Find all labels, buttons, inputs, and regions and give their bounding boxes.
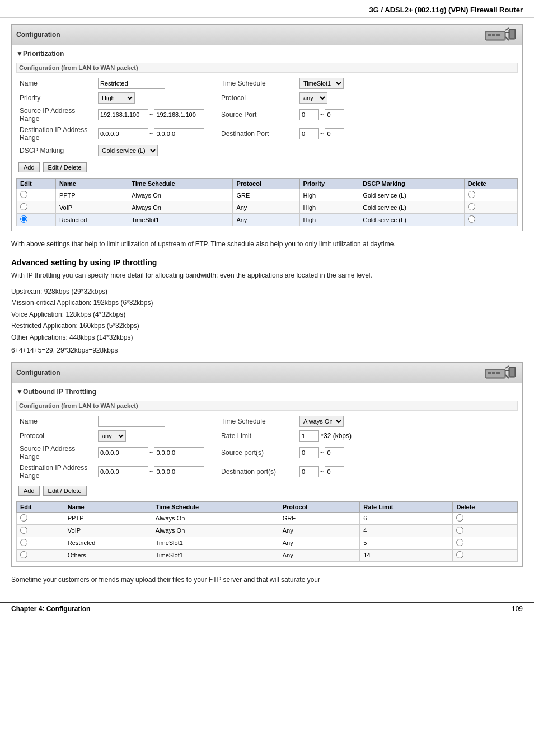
svg-rect-19 [510,368,514,376]
row-dscp: Gold service (L) [359,214,465,226]
row-ratelimit: 14 [360,549,453,561]
dst-port-to-2[interactable] [325,466,344,477]
config-box-throttling: Configuration ▼Outbound IP Throttling [11,362,523,567]
list-item: Voice Application: 128kbps (4*32kbps) [11,309,523,320]
formula: 6+4+14+5=29, 29*32kbps=928kbps [11,346,523,354]
rate-limit-input[interactable] [299,430,319,442]
row-protocol: Any [279,549,360,561]
add-button-1[interactable]: Add [18,162,40,172]
throttling-table: Edit Name Time Schedule Protocol Rate Li… [16,501,518,562]
col-protocol-2: Protocol [279,501,360,512]
col-delete-2: Delete [453,501,518,512]
row-name: Restricted [64,537,152,549]
svg-rect-2 [488,34,491,36]
edit-delete-button-2[interactable]: Edit / Delete [43,486,87,496]
list-item: Mission-critical Application: 192kbps (6… [11,297,523,308]
svg-line-5 [505,28,509,30]
row-timesched: TimeSlot1 [152,549,279,561]
delete-radio-2[interactable] [468,215,475,223]
dst-ip-label-2: Destination IP Address Range [16,462,95,481]
time-schedule-select-2[interactable]: Always On TimeSlot1 TimeSlot2 [299,416,344,427]
delete-radio2-0[interactable] [456,514,463,522]
dst-ip-from[interactable] [98,128,148,139]
add-button-2[interactable]: Add [18,486,40,496]
protocol-select-2[interactable]: any TCP UDP GRE [98,430,126,442]
table-row: PPTP Always On GRE High Gold service (L) [17,189,518,201]
priority-select[interactable]: High Medium Low [98,92,135,104]
prioritization-form: Name Time Schedule TimeSlot1 Always On P… [16,76,518,158]
src-port-from[interactable] [299,109,319,120]
delete-radio-0[interactable] [468,191,475,198]
src-ip-to-2[interactable] [154,447,204,458]
svg-line-15 [505,366,509,368]
section-subtitle-2: Configuration (from LAN to WAN packet) [16,401,518,411]
table-row: Restricted TimeSlot1 Any High Gold servi… [17,214,518,226]
dst-port-to[interactable] [325,128,344,139]
delete-radio2-2[interactable] [456,539,463,546]
dst-port-from[interactable] [299,128,319,139]
prioritization-table: Edit Name Time Schedule Protocol Priorit… [16,178,518,226]
edit-delete-button-1[interactable]: Edit / Delete [43,162,87,172]
edit-radio-0[interactable] [20,191,27,198]
name-input[interactable] [98,78,165,89]
edit-radio2-1[interactable] [20,527,27,534]
row-protocol: Any [279,524,360,537]
svg-rect-13 [492,372,495,374]
col-delete-1: Delete [464,179,517,189]
row-name: VoIP [64,524,152,537]
edit-radio-1[interactable] [20,203,27,210]
dscp-label: DSCP Marking [16,143,95,158]
row-priority: High [299,201,359,214]
table-row: Restricted TimeSlot1 Any 5 [17,537,518,549]
dst-ip-to-2[interactable] [154,466,204,477]
header-title: 3G / ADSL2+ (802.11g) (VPN) Firewall Rou… [369,6,523,14]
dst-port-from-2[interactable] [299,466,319,477]
tilde-8: ~ [320,468,324,475]
delete-radio2-3[interactable] [456,551,463,558]
dst-ip-to[interactable] [154,128,204,139]
row-timesched: TimeSlot1 [128,214,233,226]
dst-port-label-2: Destination port(s) [218,462,296,481]
dst-ip-from-2[interactable] [98,466,148,477]
name-input-2[interactable] [98,416,165,427]
advanced-section: Advanced setting by using IP throttling … [11,258,523,354]
protocol-select-1[interactable]: any TCP UDP GRE [299,92,327,104]
router-icon-2 [484,365,518,381]
src-port-range-2: ~ [299,447,514,458]
src-ip-label-2: Source IP Address Range [16,443,95,462]
edit-radio2-2[interactable] [20,539,27,546]
delete-radio-1[interactable] [468,203,475,210]
btn-row-1: Add Edit / Delete [16,161,518,173]
router-icon-1 [484,27,518,43]
config-box-1-header: Configuration [12,25,522,45]
row-protocol: Any [279,537,360,549]
table-row: PPTP Always On GRE 6 [17,512,518,524]
src-ip-to[interactable] [154,109,204,120]
src-port-to-2[interactable] [325,447,344,458]
protocol-label-2: Protocol [16,429,95,443]
svg-rect-14 [496,372,500,374]
src-port-label-2: Source port(s) [218,443,296,462]
src-ip-from[interactable] [98,109,148,120]
section-subtitle-1: Configuration (from LAN to WAN packet) [16,63,518,73]
delete-radio2-1[interactable] [456,527,463,534]
edit-radio2-3[interactable] [20,551,27,558]
page-header: 3G / ADSL2+ (802.11g) (VPN) Firewall Rou… [0,0,534,18]
protocol-label: Protocol [218,91,296,105]
section-title-prioritization: ▼Prioritization [16,50,518,59]
time-schedule-select[interactable]: TimeSlot1 Always On [299,78,344,89]
tilde-2: ~ [320,111,324,118]
config-box-2-header: Configuration [12,363,522,383]
src-port-from-2[interactable] [299,447,319,458]
row-priority: High [299,189,359,201]
throttling-form: Name Time Schedule Always On TimeSlot1 T… [16,414,518,481]
edit-radio-2[interactable] [20,215,27,223]
edit-radio2-0[interactable] [20,514,27,522]
svg-rect-12 [488,372,491,374]
row-name: PPTP [64,512,152,524]
tilde-7: ~ [149,468,153,475]
dscp-select-1[interactable]: Gold service (L) Gold service (M) Silver… [98,145,158,156]
src-port-to[interactable] [325,109,344,120]
src-ip-from-2[interactable] [98,447,148,458]
list-item: Other Applications: 448kbps (14*32kbps) [11,332,523,343]
